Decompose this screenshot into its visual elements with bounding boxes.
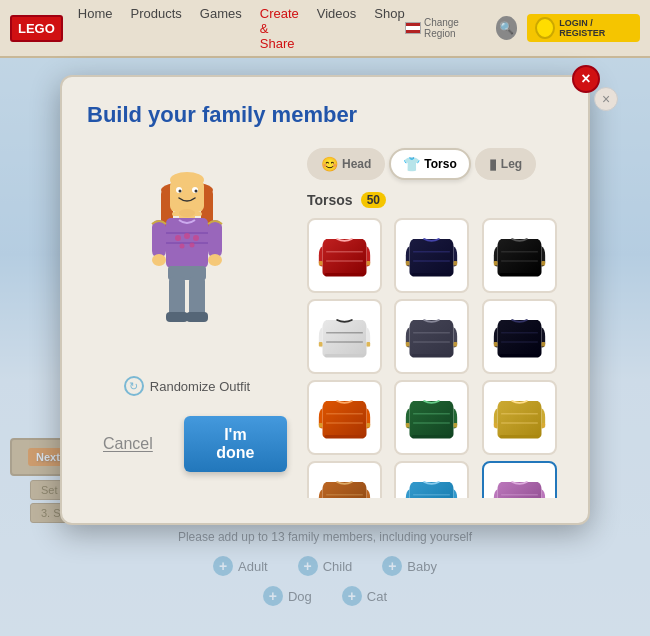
svg-rect-19 xyxy=(208,220,222,258)
modal-close-btn[interactable]: × xyxy=(572,65,600,93)
svg-point-15 xyxy=(193,235,199,241)
svg-rect-65 xyxy=(454,423,458,428)
flag-icon xyxy=(405,22,421,34)
svg-point-17 xyxy=(190,243,195,248)
randomize-btn[interactable]: ↻ Randomize Outfit xyxy=(124,376,250,396)
svg-rect-18 xyxy=(152,220,166,258)
torso-tab-icon: 👕 xyxy=(403,156,420,172)
torso-item-9[interactable] xyxy=(482,380,557,455)
svg-point-16 xyxy=(180,244,185,249)
svg-rect-41 xyxy=(499,273,539,277)
svg-rect-30 xyxy=(367,261,371,266)
head-tab-label: Head xyxy=(342,157,371,171)
build-modal: × Build your family member xyxy=(60,75,590,525)
svg-rect-25 xyxy=(166,312,188,322)
svg-point-20 xyxy=(152,254,166,266)
svg-rect-34 xyxy=(406,261,410,266)
parts-header: Torsos 50 xyxy=(307,192,563,208)
user-login[interactable]: LOGIN / REGISTER xyxy=(527,14,640,42)
lego-logo: LEGO xyxy=(10,15,63,42)
svg-point-21 xyxy=(208,254,222,266)
svg-rect-29 xyxy=(319,261,323,266)
torso-item-12[interactable] xyxy=(482,461,557,498)
tabs-row: 😊 Head 👕 Torso ▮ Leg xyxy=(307,148,563,180)
svg-rect-46 xyxy=(324,354,364,358)
svg-rect-59 xyxy=(319,423,323,428)
nav-videos[interactable]: Videos xyxy=(317,6,357,51)
parts-count: 50 xyxy=(361,192,386,208)
modal-body: ↻ Randomize Outfit Cancel I'm done 😊 Hea… xyxy=(87,148,563,498)
svg-rect-35 xyxy=(454,261,458,266)
svg-rect-26 xyxy=(186,312,208,322)
svg-rect-69 xyxy=(493,423,497,428)
svg-rect-64 xyxy=(406,423,410,428)
parts-grid xyxy=(307,218,563,498)
svg-rect-66 xyxy=(412,435,452,439)
svg-point-13 xyxy=(175,235,181,241)
svg-rect-71 xyxy=(499,435,539,439)
svg-rect-24 xyxy=(189,276,205,318)
change-region[interactable]: Change Region xyxy=(405,17,486,39)
nav-bar: LEGO Home Products Games Create & Share … xyxy=(0,0,650,58)
svg-rect-31 xyxy=(324,273,364,277)
svg-rect-60 xyxy=(367,423,371,428)
done-button[interactable]: I'm done xyxy=(184,416,287,472)
torso-item-1[interactable] xyxy=(307,218,382,293)
parts-panel: 😊 Head 👕 Torso ▮ Leg Torsos 50 xyxy=(307,148,563,498)
torso-item-2[interactable] xyxy=(394,218,469,293)
nav-products[interactable]: Products xyxy=(131,6,182,51)
torso-item-3[interactable] xyxy=(482,218,557,293)
svg-rect-36 xyxy=(412,273,452,277)
torso-item-10[interactable] xyxy=(307,461,382,498)
search-icon[interactable]: 🔍 xyxy=(496,16,518,40)
nav-shop[interactable]: Shop xyxy=(374,6,404,51)
randomize-icon: ↻ xyxy=(124,376,144,396)
tab-head[interactable]: 😊 Head xyxy=(307,148,385,180)
minifig-svg xyxy=(122,158,252,358)
svg-rect-70 xyxy=(541,423,545,428)
svg-rect-45 xyxy=(367,342,371,347)
nav-home[interactable]: Home xyxy=(78,6,113,51)
svg-rect-39 xyxy=(493,261,497,266)
character-panel: ↻ Randomize Outfit Cancel I'm done xyxy=(87,148,287,498)
modal-title: Build your family member xyxy=(87,102,563,128)
nav-games[interactable]: Games xyxy=(200,6,242,51)
svg-rect-40 xyxy=(541,261,545,266)
svg-rect-55 xyxy=(541,342,545,347)
svg-point-11 xyxy=(179,209,195,217)
torso-item-7[interactable] xyxy=(307,380,382,455)
modal-side-close[interactable]: × xyxy=(594,87,618,111)
torso-tab-label: Torso xyxy=(424,157,456,171)
head-tab-icon: 😊 xyxy=(321,156,338,172)
svg-rect-56 xyxy=(499,354,539,358)
torso-item-8[interactable] xyxy=(394,380,469,455)
svg-rect-49 xyxy=(406,342,410,347)
svg-point-8 xyxy=(195,190,198,193)
torso-item-11[interactable] xyxy=(394,461,469,498)
torso-item-6[interactable] xyxy=(482,299,557,374)
svg-rect-23 xyxy=(169,276,185,318)
nav-links: Home Products Games Create & Share Video… xyxy=(78,6,405,51)
svg-point-14 xyxy=(184,233,190,239)
svg-rect-51 xyxy=(412,354,452,358)
leg-tab-icon: ▮ xyxy=(489,156,497,172)
svg-point-7 xyxy=(179,190,182,193)
svg-point-4 xyxy=(170,172,204,188)
minifig-display xyxy=(102,148,272,368)
parts-label: Torsos xyxy=(307,192,353,208)
svg-rect-61 xyxy=(324,435,364,439)
tab-torso[interactable]: 👕 Torso xyxy=(389,148,470,180)
leg-tab-label: Leg xyxy=(501,157,522,171)
tab-leg[interactable]: ▮ Leg xyxy=(475,148,536,180)
randomize-label: Randomize Outfit xyxy=(150,379,250,394)
nav-create-share[interactable]: Create & Share xyxy=(260,6,299,51)
svg-rect-44 xyxy=(319,342,323,347)
user-icon xyxy=(535,17,555,39)
svg-rect-54 xyxy=(493,342,497,347)
torso-item-5[interactable] xyxy=(394,299,469,374)
torso-item-4[interactable] xyxy=(307,299,382,374)
nav-right: Change Region 🔍 LOGIN / REGISTER xyxy=(405,14,640,42)
modal-actions: Cancel I'm done xyxy=(87,416,287,472)
cancel-button[interactable]: Cancel xyxy=(87,416,169,472)
svg-rect-50 xyxy=(454,342,458,347)
